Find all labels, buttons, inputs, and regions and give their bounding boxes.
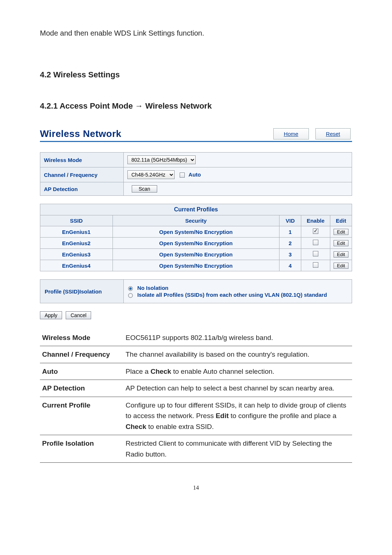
- security-cell: Open System/No Encryption: [113, 238, 279, 249]
- heading-4-2-1: 4.2.1 Access Point Mode → Wireless Netwo…: [40, 101, 352, 111]
- col-edit: Edit: [330, 215, 352, 226]
- description-table: Wireless ModeEOC5611P supports 802.11a/b…: [40, 329, 352, 463]
- enable-checkbox[interactable]: [313, 262, 318, 268]
- desc-key: Auto: [40, 363, 123, 380]
- desc-key: Wireless Mode: [40, 329, 123, 346]
- desc-value: Configure up to four different SSIDs, it…: [123, 397, 352, 435]
- apply-button[interactable]: Apply: [40, 311, 62, 319]
- ssid-cell: EnGenius2: [40, 238, 113, 249]
- enable-checkbox[interactable]: [313, 228, 318, 234]
- security-cell: Open System/No Encryption: [113, 226, 279, 238]
- vid-cell: 2: [279, 238, 301, 249]
- panel-title: Wireless Network: [40, 128, 122, 139]
- edit-button[interactable]: Edit: [334, 263, 348, 269]
- edit-button[interactable]: Edit: [334, 251, 348, 258]
- desc-key: Profile Isolation: [40, 435, 123, 463]
- cancel-button[interactable]: Cancel: [66, 311, 91, 319]
- channel-label: Channel / Frequency: [40, 167, 124, 182]
- desc-value: Restricted Client to communicate with di…: [123, 435, 352, 463]
- desc-value: The channel availability is based on the…: [123, 346, 352, 363]
- vid-cell: 1: [279, 226, 301, 238]
- enable-checkbox[interactable]: [313, 251, 318, 256]
- wireless-mode-label: Wireless Mode: [40, 153, 124, 167]
- ssid-cell: EnGenius4: [40, 260, 113, 271]
- panel-actions: Home Reset: [273, 128, 351, 139]
- desc-value: AP Detection can help to select a best c…: [123, 380, 352, 397]
- page-number: 14: [40, 485, 352, 491]
- col-vid: VID: [279, 215, 301, 226]
- apply-row: Apply Cancel: [40, 311, 352, 319]
- isolation-table: Profile (SSID)Isolation No Isolation Iso…: [40, 279, 352, 303]
- table-row: EnGenius1Open System/No Encryption1Edit: [40, 226, 352, 238]
- profiles-caption: Current Profiles: [40, 204, 352, 215]
- edit-button[interactable]: Edit: [334, 229, 348, 235]
- ap-detection-label: AP Detection: [40, 182, 124, 196]
- desc-value: EOC5611P supports 802.11a/b/g wireless b…: [123, 329, 352, 346]
- auto-label: Auto: [188, 171, 201, 178]
- desc-value: Place a Check to enable Auto channel sel…: [123, 363, 352, 380]
- col-security: Security: [113, 215, 279, 226]
- ssid-cell: EnGenius3: [40, 249, 113, 260]
- col-ssid: SSID: [40, 215, 113, 226]
- table-row: EnGenius3Open System/No Encryption3Edit: [40, 249, 352, 260]
- channel-select[interactable]: Ch48-5.24GHz: [127, 170, 175, 179]
- iso-opt1-text: No Isolation: [137, 285, 168, 291]
- panel-header: Wireless Network Home Reset: [40, 125, 352, 142]
- table-row: EnGenius2Open System/No Encryption2Edit: [40, 238, 352, 249]
- profiles-table: Current Profiles SSID Security VID Enabl…: [40, 204, 352, 271]
- enable-checkbox[interactable]: [313, 240, 318, 245]
- isolation-label: Profile (SSID)Isolation: [40, 280, 124, 303]
- security-cell: Open System/No Encryption: [113, 260, 279, 271]
- reset-button[interactable]: Reset: [315, 128, 351, 139]
- iso-radio-no-isolation[interactable]: [128, 286, 133, 291]
- vid-cell: 3: [279, 249, 301, 260]
- wireless-mode-select[interactable]: 802.11a (5GHz/54Mbps): [127, 155, 196, 164]
- auto-checkbox[interactable]: [180, 173, 185, 178]
- desc-key: Channel / Frequency: [40, 346, 123, 363]
- intro-text: Mode and then enable WDS Link Settings f…: [40, 29, 352, 37]
- heading-4-2: 4.2 Wireless Settings: [40, 70, 352, 80]
- home-button[interactable]: Home: [273, 128, 309, 139]
- col-enable: Enable: [301, 215, 330, 226]
- iso-radio-isolate-all[interactable]: [128, 293, 133, 298]
- table-row: EnGenius4Open System/No Encryption4Edit: [40, 260, 352, 271]
- ssid-cell: EnGenius1: [40, 226, 113, 238]
- config-table: Wireless Mode 802.11a (5GHz/54Mbps) Chan…: [40, 152, 352, 196]
- security-cell: Open System/No Encryption: [113, 249, 279, 260]
- desc-key: AP Detection: [40, 380, 123, 397]
- desc-key: Current Profile: [40, 397, 123, 435]
- iso-opt2-text: Isolate all Profiles (SSIDs) from each o…: [137, 292, 327, 298]
- wireless-network-panel: Wireless Network Home Reset Wireless Mod…: [40, 125, 352, 319]
- scan-button[interactable]: Scan: [132, 185, 157, 193]
- edit-button[interactable]: Edit: [334, 240, 348, 246]
- vid-cell: 4: [279, 260, 301, 271]
